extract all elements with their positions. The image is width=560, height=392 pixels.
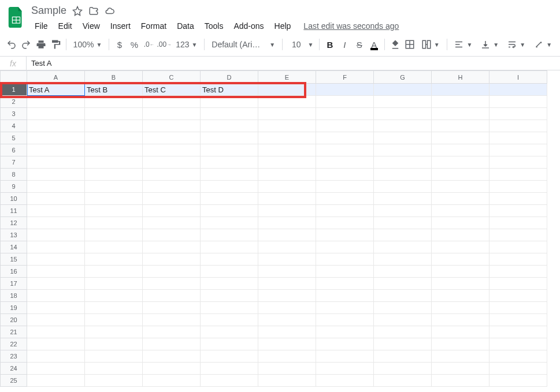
percent-icon[interactable]: % xyxy=(128,36,141,53)
cell-G13[interactable] xyxy=(374,229,432,241)
cell-H15[interactable] xyxy=(432,253,489,266)
cell-A1[interactable]: Test A xyxy=(27,84,85,96)
row-header-4[interactable]: 4 xyxy=(1,120,27,132)
cell-E11[interactable] xyxy=(258,205,316,217)
cell-I9[interactable] xyxy=(489,181,547,193)
cell-I3[interactable] xyxy=(489,108,547,120)
print-icon[interactable] xyxy=(34,36,47,53)
cell-H23[interactable] xyxy=(432,350,489,363)
font-dropdown[interactable]: Default (Ari…▼ xyxy=(208,36,279,53)
cell-G15[interactable] xyxy=(374,253,432,266)
strikethrough-button[interactable]: S xyxy=(353,36,366,53)
cell-I18[interactable] xyxy=(489,290,547,302)
cell-E24[interactable] xyxy=(258,363,316,375)
cell-G16[interactable] xyxy=(374,266,432,278)
cell-B2[interactable] xyxy=(85,96,143,108)
cell-D18[interactable] xyxy=(201,290,258,302)
cell-F21[interactable] xyxy=(316,326,374,338)
cell-G11[interactable] xyxy=(374,205,432,217)
cell-B19[interactable] xyxy=(85,302,143,314)
cell-E19[interactable] xyxy=(258,302,316,314)
row-header-1[interactable]: 1 xyxy=(1,84,27,96)
cell-I13[interactable] xyxy=(489,229,547,241)
redo-icon[interactable] xyxy=(19,36,32,53)
row-header-19[interactable]: 19 xyxy=(1,302,27,314)
cell-G4[interactable] xyxy=(374,120,432,132)
cell-H1[interactable] xyxy=(432,84,489,96)
col-header-I[interactable]: I xyxy=(489,71,547,84)
cell-E25[interactable] xyxy=(258,375,316,387)
cell-F1[interactable] xyxy=(316,84,374,96)
cell-E16[interactable] xyxy=(258,266,316,278)
cell-B16[interactable] xyxy=(85,266,143,278)
cell-D7[interactable] xyxy=(201,156,258,169)
cell-A8[interactable] xyxy=(27,169,85,181)
row-header-22[interactable]: 22 xyxy=(1,338,27,350)
cell-E23[interactable] xyxy=(258,350,316,363)
cell-G8[interactable] xyxy=(374,169,432,181)
cell-H18[interactable] xyxy=(432,290,489,302)
cell-D13[interactable] xyxy=(201,229,258,241)
cell-G20[interactable] xyxy=(374,314,432,326)
row-header-14[interactable]: 14 xyxy=(1,241,27,253)
row-header-7[interactable]: 7 xyxy=(1,156,27,169)
cell-A5[interactable] xyxy=(27,132,85,144)
cell-D10[interactable] xyxy=(201,193,258,205)
col-header-B[interactable]: B xyxy=(85,71,143,84)
cell-E14[interactable] xyxy=(258,241,316,253)
cell-A24[interactable] xyxy=(27,363,85,375)
fill-color-icon[interactable] xyxy=(388,36,402,53)
row-header-21[interactable]: 21 xyxy=(1,326,27,338)
cell-G18[interactable] xyxy=(374,290,432,302)
cell-D17[interactable] xyxy=(201,278,258,290)
formula-input[interactable]: Test A xyxy=(27,57,560,70)
rotate-dropdown[interactable]: ▼ xyxy=(530,36,555,53)
cell-C10[interactable] xyxy=(143,193,201,205)
menu-view[interactable]: View xyxy=(78,19,105,33)
cell-B25[interactable] xyxy=(85,375,143,387)
cell-D8[interactable] xyxy=(201,169,258,181)
cell-B20[interactable] xyxy=(85,314,143,326)
cell-B22[interactable] xyxy=(85,338,143,350)
cell-G21[interactable] xyxy=(374,326,432,338)
cell-C25[interactable] xyxy=(143,375,201,387)
cell-F16[interactable] xyxy=(316,266,374,278)
cell-C23[interactable] xyxy=(143,350,201,363)
cell-G25[interactable] xyxy=(374,375,432,387)
cell-H20[interactable] xyxy=(432,314,489,326)
cell-I14[interactable] xyxy=(489,241,547,253)
cell-A7[interactable] xyxy=(27,156,85,169)
cell-E9[interactable] xyxy=(258,181,316,193)
italic-button[interactable]: I xyxy=(338,36,351,53)
cell-G19[interactable] xyxy=(374,302,432,314)
cell-A12[interactable] xyxy=(27,217,85,229)
cell-G24[interactable] xyxy=(374,363,432,375)
cell-G14[interactable] xyxy=(374,241,432,253)
cell-G23[interactable] xyxy=(374,350,432,363)
cell-G17[interactable] xyxy=(374,278,432,290)
cell-G10[interactable] xyxy=(374,193,432,205)
cell-I6[interactable] xyxy=(489,144,547,156)
cell-E15[interactable] xyxy=(258,253,316,266)
cell-E5[interactable] xyxy=(258,132,316,144)
cell-D16[interactable] xyxy=(201,266,258,278)
cell-G22[interactable] xyxy=(374,338,432,350)
col-header-A[interactable]: A xyxy=(27,71,85,84)
cell-F8[interactable] xyxy=(316,169,374,181)
paint-format-icon[interactable] xyxy=(49,36,62,53)
cell-A16[interactable] xyxy=(27,266,85,278)
cell-E8[interactable] xyxy=(258,169,316,181)
cell-G9[interactable] xyxy=(374,181,432,193)
cell-I12[interactable] xyxy=(489,217,547,229)
cell-D23[interactable] xyxy=(201,350,258,363)
row-header-3[interactable]: 3 xyxy=(1,108,27,120)
cell-A4[interactable] xyxy=(27,120,85,132)
cell-I20[interactable] xyxy=(489,314,547,326)
cell-F4[interactable] xyxy=(316,120,374,132)
cell-H21[interactable] xyxy=(432,326,489,338)
row-header-16[interactable]: 16 xyxy=(1,266,27,278)
cell-H9[interactable] xyxy=(432,181,489,193)
cell-F15[interactable] xyxy=(316,253,374,266)
cell-I15[interactable] xyxy=(489,253,547,266)
cell-C19[interactable] xyxy=(143,302,201,314)
